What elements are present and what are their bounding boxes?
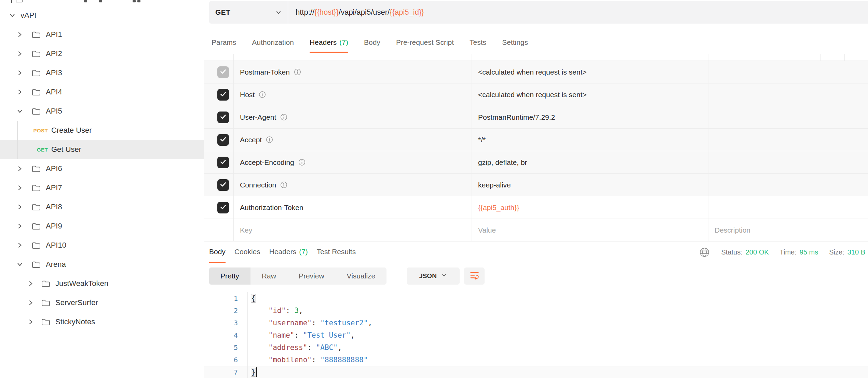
- headers-table: Postman-Token<calculated when request is…: [204, 61, 868, 241]
- header-checkbox[interactable]: [217, 157, 229, 168]
- chevron-down-icon[interactable]: [9, 12, 16, 19]
- chevron-right-icon[interactable]: [16, 89, 23, 95]
- header-checkbox[interactable]: [217, 112, 229, 123]
- sidebar-item-api2[interactable]: API2: [0, 44, 204, 63]
- header-key-cell[interactable]: Accept: [233, 129, 472, 151]
- header-checkbox[interactable]: [217, 89, 229, 101]
- url-input[interactable]: http://{{host}}/vapi/api5/user/{{api5_id…: [288, 1, 868, 24]
- code-token: ,: [338, 343, 342, 352]
- response-tab-headers[interactable]: Headers(7): [269, 241, 308, 263]
- header-key-cell[interactable]: User-Agent: [233, 106, 472, 128]
- header-description-cell[interactable]: [708, 174, 868, 196]
- header-value-cell[interactable]: keep-alive: [472, 174, 708, 196]
- new-description-cell[interactable]: Description: [708, 219, 868, 241]
- info-icon[interactable]: [280, 114, 287, 121]
- header-value-cell[interactable]: <calculated when request is sent>: [472, 83, 708, 106]
- header-description-cell[interactable]: [708, 151, 868, 173]
- request-tab-authorization[interactable]: Authorization: [252, 33, 294, 53]
- status-label: Status:: [721, 248, 742, 256]
- method-select[interactable]: GET: [209, 1, 288, 24]
- chevron-right-icon[interactable]: [16, 31, 23, 38]
- chevron-right-icon[interactable]: [27, 280, 34, 287]
- sidebar-item-serversurfer[interactable]: ServerSurfer: [0, 293, 204, 312]
- info-icon[interactable]: [298, 159, 306, 166]
- sidebar-item-api8[interactable]: API8: [0, 197, 204, 217]
- sidebar-item-justweaktoken[interactable]: JustWeakToken: [0, 274, 204, 293]
- line-number: 7: [204, 366, 248, 378]
- header-key-cell[interactable]: Accept-Encoding: [233, 151, 472, 173]
- sidebar-item-api10[interactable]: API10: [0, 236, 204, 255]
- sidebar-item-api9[interactable]: API9: [0, 217, 204, 236]
- chevron-right-icon[interactable]: [16, 184, 23, 191]
- header-description-cell[interactable]: [708, 61, 868, 83]
- chevron-down-icon[interactable]: [16, 261, 23, 268]
- view-tab-visualize[interactable]: Visualize: [336, 267, 387, 285]
- sidebar-item-get-user[interactable]: GETGet User: [0, 140, 204, 159]
- chevron-down-icon: [275, 9, 282, 16]
- sidebar-item-api3[interactable]: API3: [0, 63, 204, 82]
- sidebar-item-vapi[interactable]: vAPI: [0, 6, 204, 25]
- view-tab-pretty[interactable]: Pretty: [209, 267, 250, 285]
- header-description-cell[interactable]: [708, 106, 868, 128]
- sidebar-item-api6[interactable]: API6: [0, 159, 204, 178]
- chevron-right-icon[interactable]: [16, 204, 23, 210]
- response-tab-cookies[interactable]: Cookies: [234, 241, 260, 263]
- header-value-cell[interactable]: PostmanRuntime/7.29.2: [472, 106, 708, 128]
- chevron-right-icon[interactable]: [16, 50, 23, 57]
- sidebar-item-api5[interactable]: API5: [0, 102, 204, 121]
- header-description-cell[interactable]: [708, 129, 868, 151]
- header-value-cell[interactable]: gzip, deflate, br: [472, 151, 708, 173]
- sidebar-item-arena[interactable]: Arena: [0, 255, 204, 274]
- info-icon[interactable]: [280, 181, 287, 188]
- header-value: gzip, deflate, br: [478, 158, 527, 167]
- request-tab-tests[interactable]: Tests: [470, 33, 486, 53]
- view-tab-preview[interactable]: Preview: [287, 267, 336, 285]
- request-tab-pre-request-script[interactable]: Pre-request Script: [396, 33, 454, 53]
- request-tab-body[interactable]: Body: [364, 33, 380, 53]
- line-number: 5: [204, 341, 248, 354]
- header-checkbox[interactable]: [217, 179, 229, 191]
- header-checkbox[interactable]: [217, 66, 229, 78]
- header-key-cell[interactable]: Connection: [233, 174, 472, 196]
- wrap-text-button[interactable]: [464, 267, 485, 285]
- chevron-down-icon[interactable]: [16, 108, 23, 115]
- header-description-cell[interactable]: [708, 83, 868, 106]
- header-checkbox[interactable]: [217, 134, 229, 146]
- header-key-cell[interactable]: Postman-Token: [233, 61, 472, 83]
- chevron-right-icon[interactable]: [16, 69, 23, 76]
- header-key-cell[interactable]: Authorization-Token: [233, 196, 472, 219]
- new-value-cell[interactable]: Value: [472, 219, 708, 241]
- chevron-right-icon[interactable]: [16, 242, 23, 249]
- view-tab-raw[interactable]: Raw: [250, 267, 287, 285]
- response-tab-body[interactable]: Body: [209, 241, 226, 263]
- header-value-cell[interactable]: {{api5_auth}}: [472, 196, 708, 219]
- format-dropdown[interactable]: JSON: [407, 267, 460, 285]
- info-icon[interactable]: [266, 136, 273, 143]
- chevron-right-icon[interactable]: [16, 223, 23, 230]
- sidebar-item-api7[interactable]: API7: [0, 178, 204, 197]
- method-badge: GET: [0, 147, 48, 153]
- response-tab-test-results[interactable]: Test Results: [317, 241, 356, 263]
- sidebar-item-api1[interactable]: API1: [0, 25, 204, 44]
- sidebar-item-api4[interactable]: API4: [0, 82, 204, 102]
- header-value-cell[interactable]: */*: [472, 129, 708, 151]
- header-checkbox[interactable]: [217, 202, 229, 213]
- sidebar-item-stickynotes[interactable]: StickyNotes: [0, 312, 204, 331]
- info-icon[interactable]: [294, 68, 301, 76]
- request-tab-headers[interactable]: Headers(7): [310, 33, 348, 53]
- line-content: "username": "testuser2",: [248, 317, 372, 329]
- chevron-right-icon[interactable]: [27, 299, 34, 306]
- header-key-cell[interactable]: Host: [233, 83, 472, 106]
- chevron-right-icon[interactable]: [27, 318, 34, 325]
- network-globe-icon[interactable]: [699, 247, 710, 258]
- request-tab-settings[interactable]: Settings: [502, 33, 528, 53]
- response-body-editor[interactable]: 1{2 "id": 3,3 "username": "testuser2",4 …: [204, 292, 868, 378]
- chevron-right-icon[interactable]: [16, 165, 23, 172]
- new-key-cell[interactable]: Key: [233, 219, 472, 241]
- request-tab-params[interactable]: Params: [212, 33, 236, 53]
- info-icon[interactable]: [259, 91, 266, 98]
- sidebar-item-create-user[interactable]: POSTCreate User: [0, 121, 204, 140]
- header-value-cell[interactable]: <calculated when request is sent>: [472, 61, 708, 83]
- header-description-cell[interactable]: [708, 196, 868, 219]
- line-content: "id": 3,: [248, 304, 303, 317]
